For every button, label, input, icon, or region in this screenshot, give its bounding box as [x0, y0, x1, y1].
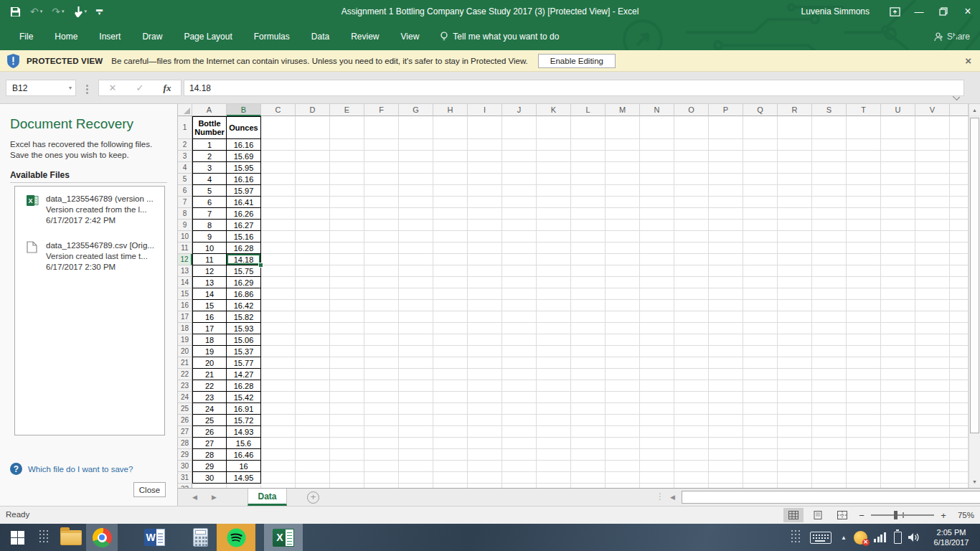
cell-E14[interactable]	[330, 277, 364, 288]
cell-T17[interactable]	[847, 311, 881, 323]
cell-B7[interactable]: 16.41	[227, 197, 261, 208]
cell-C5[interactable]	[261, 174, 296, 185]
cell-E5[interactable]	[330, 174, 364, 185]
row-header-12[interactable]: 12	[178, 254, 192, 265]
cell-T23[interactable]	[847, 380, 881, 392]
cell-C21[interactable]	[261, 357, 296, 369]
pinned-dots-icon[interactable]	[34, 524, 55, 551]
cell-S24[interactable]	[812, 392, 847, 403]
clock[interactable]: 2:05 PM 6/18/2017	[925, 524, 977, 551]
cell-A24[interactable]: 23	[192, 392, 227, 403]
column-header-S[interactable]: S	[812, 104, 847, 116]
column-header-T[interactable]: T	[847, 104, 881, 116]
cell-P12[interactable]	[709, 254, 743, 265]
row-header-8[interactable]: 8	[178, 208, 192, 220]
zoom-out-icon[interactable]: −	[857, 510, 867, 521]
cell-O21[interactable]	[674, 357, 709, 369]
cell-K30[interactable]	[537, 461, 571, 472]
cell-E10[interactable]	[330, 231, 364, 242]
row-header-3[interactable]: 3	[178, 151, 192, 162]
cell-L26[interactable]	[571, 415, 606, 426]
cell-F21[interactable]	[364, 357, 399, 369]
cell-D2[interactable]	[296, 139, 330, 151]
cell-R24[interactable]	[778, 392, 812, 403]
cell-N9[interactable]	[640, 220, 674, 231]
cell-L4[interactable]	[571, 162, 606, 174]
cell-F13[interactable]	[364, 265, 399, 277]
cell-J15[interactable]	[502, 288, 537, 300]
cell-B14[interactable]: 16.29	[227, 277, 261, 288]
cell-F28[interactable]	[364, 438, 399, 449]
cell-E17[interactable]	[330, 311, 364, 323]
cell-C28[interactable]	[261, 438, 296, 449]
cell-T18[interactable]	[847, 323, 881, 334]
cell-P31[interactable]	[709, 472, 743, 484]
cell-Q19[interactable]	[743, 334, 778, 346]
cell-S18[interactable]	[812, 323, 847, 334]
cell-K31[interactable]	[537, 472, 571, 484]
cell-G26[interactable]	[399, 415, 433, 426]
column-header-R[interactable]: R	[778, 104, 812, 116]
cell-H11[interactable]	[433, 242, 468, 254]
cell-K10[interactable]	[537, 231, 571, 242]
cell-I31[interactable]	[468, 472, 502, 484]
excel-button[interactable]: X	[264, 524, 303, 551]
cell-V22[interactable]	[915, 369, 950, 380]
cell-T30[interactable]	[847, 461, 881, 472]
cell-E1[interactable]	[330, 116, 364, 139]
cell-R15[interactable]	[778, 288, 812, 300]
cell-D30[interactable]	[296, 461, 330, 472]
cell-D12[interactable]	[296, 254, 330, 265]
cell-J28[interactable]	[502, 438, 537, 449]
cell-D13[interactable]	[296, 265, 330, 277]
zoom-slider[interactable]	[871, 510, 934, 520]
cell-C25[interactable]	[261, 403, 296, 415]
cell-B2[interactable]: 16.16	[227, 139, 261, 151]
cell-K22[interactable]	[537, 369, 571, 380]
cell-N18[interactable]	[640, 323, 674, 334]
cell-Q13[interactable]	[743, 265, 778, 277]
cell-L10[interactable]	[571, 231, 606, 242]
cell-K25[interactable]	[537, 403, 571, 415]
cell-E27[interactable]	[330, 426, 364, 438]
cell-D16[interactable]	[296, 300, 330, 311]
cell-J10[interactable]	[502, 231, 537, 242]
cell-H19[interactable]	[433, 334, 468, 346]
vertical-scrollbar[interactable]: ▲ ▼	[969, 104, 980, 488]
cell-N19[interactable]	[640, 334, 674, 346]
cell-A11[interactable]: 10	[192, 242, 227, 254]
cell-J3[interactable]	[502, 151, 537, 162]
cell-J14[interactable]	[502, 277, 537, 288]
cell-A29[interactable]: 28	[192, 449, 227, 461]
cell-E7[interactable]	[330, 197, 364, 208]
column-header-P[interactable]: P	[709, 104, 743, 116]
cell-L17[interactable]	[571, 311, 606, 323]
cell-K14[interactable]	[537, 277, 571, 288]
cell-P28[interactable]	[709, 438, 743, 449]
cell-U21[interactable]	[881, 357, 915, 369]
cell-V24[interactable]	[915, 392, 950, 403]
cell-H2[interactable]	[433, 139, 468, 151]
cell-F3[interactable]	[364, 151, 399, 162]
enable-editing-button[interactable]: Enable Editing	[538, 54, 616, 68]
cell-G22[interactable]	[399, 369, 433, 380]
cell-D3[interactable]	[296, 151, 330, 162]
cell-P2[interactable]	[709, 139, 743, 151]
row-header-5[interactable]: 5	[178, 174, 192, 185]
cell-K13[interactable]	[537, 265, 571, 277]
cell-P11[interactable]	[709, 242, 743, 254]
cell-O2[interactable]	[674, 139, 709, 151]
cell-L22[interactable]	[571, 369, 606, 380]
cell-A22[interactable]: 21	[192, 369, 227, 380]
cell-V27[interactable]	[915, 426, 950, 438]
cell-U29[interactable]	[881, 449, 915, 461]
cell-L20[interactable]	[571, 346, 606, 357]
cell-V26[interactable]	[915, 415, 950, 426]
cell-F16[interactable]	[364, 300, 399, 311]
cell-N11[interactable]	[640, 242, 674, 254]
cell-D11[interactable]	[296, 242, 330, 254]
cell-P5[interactable]	[709, 174, 743, 185]
cell-J17[interactable]	[502, 311, 537, 323]
row-header-25[interactable]: 25	[178, 403, 192, 415]
cell-G29[interactable]	[399, 449, 433, 461]
